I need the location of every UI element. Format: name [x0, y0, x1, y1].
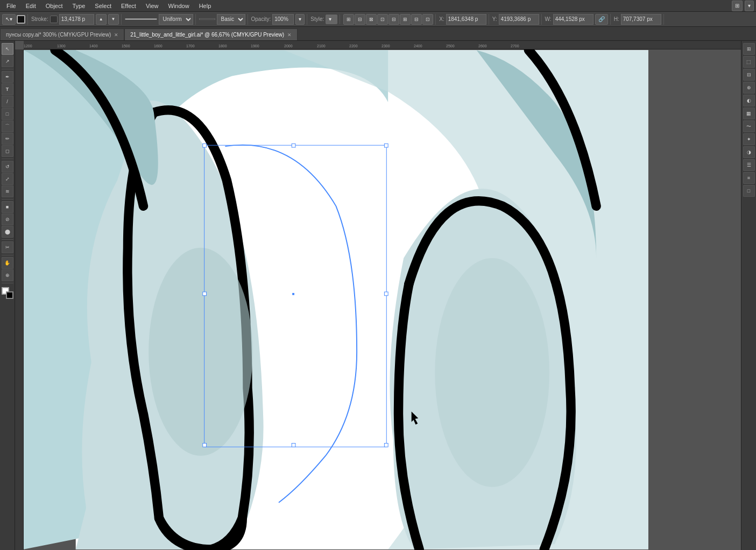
graphic-styles-btn[interactable]: ☰	[743, 159, 755, 171]
style-label: Style:	[310, 16, 324, 22]
selection-tool-mode[interactable]: ↖▾	[2, 14, 16, 25]
svg-rect-10	[292, 443, 295, 447]
pen-tool[interactable]: ✒	[2, 71, 13, 83]
h-size-input[interactable]	[621, 14, 661, 25]
hand-tool[interactable]: ✋	[2, 257, 13, 269]
menu-bar: File Edit Object Type Select Effect View…	[0, 0, 756, 12]
blend-tool[interactable]: ⬤	[2, 226, 13, 238]
tab-close-2[interactable]: ✕	[287, 32, 292, 38]
left-toolbox: ↖ ↗ ✒ T / □ ⌒ ✏ ◻ ↺ ⤢ ≋ ■ ⊘ ⬤ ✂ ✋ ⊕	[0, 41, 15, 550]
align-bottom[interactable]: ⊞	[400, 14, 411, 25]
type-tool[interactable]: T	[2, 83, 13, 95]
menu-window[interactable]: Window	[164, 2, 194, 10]
align-left[interactable]: ⊞	[343, 14, 354, 25]
svg-rect-7	[203, 443, 207, 447]
eraser-tool[interactable]: ◻	[2, 145, 13, 157]
scale-tool[interactable]: ⤢	[2, 173, 13, 185]
menu-type[interactable]: Type	[68, 2, 90, 10]
stroke-basic-select[interactable]: Basic	[217, 14, 245, 25]
brushes-panel-btn[interactable]: 〜	[743, 120, 755, 132]
svg-rect-8	[384, 443, 388, 447]
artwork-canvas[interactable]	[24, 49, 726, 550]
stroke-blend-select[interactable]: Uniform	[159, 14, 193, 25]
distribute-h[interactable]: ⊟	[411, 14, 422, 25]
w-size-input[interactable]	[553, 14, 594, 25]
zoom-tool[interactable]: ⊕	[2, 269, 13, 281]
pencil-tool[interactable]: ✏	[2, 133, 13, 145]
transform-panel-icon[interactable]: ⬚	[743, 56, 755, 68]
svg-rect-9	[292, 144, 295, 147]
align-center-h[interactable]: ⊟	[355, 14, 365, 25]
color-panel-btn[interactable]: ◐	[743, 95, 755, 106]
layers-panel-btn[interactable]: ≡	[743, 172, 755, 184]
main-layout: ↖ ↗ ✒ T / □ ⌒ ✏ ◻ ↺ ⤢ ≋ ■ ⊘ ⬤ ✂ ✋ ⊕ 12	[0, 41, 756, 550]
stroke-color-swatch[interactable]	[50, 16, 58, 23]
align-panel-btn[interactable]: ⊟	[743, 69, 755, 81]
w-label: W:	[545, 16, 552, 22]
rotate-tool[interactable]: ↺	[2, 161, 13, 173]
horizontal-ruler: 1200 1300 1400 1500 1600 1700 1800 1900 …	[24, 41, 741, 49]
workspace-switcher[interactable]: ⊞	[732, 1, 743, 11]
svg-rect-11	[203, 292, 207, 296]
canvas-area[interactable]: 1200 1300 1400 1500 1600 1700 1800 1900 …	[15, 41, 741, 550]
h-label: H:	[614, 16, 619, 22]
lock-proportions[interactable]: 🔗	[595, 14, 608, 25]
line-tool[interactable]: /	[2, 96, 13, 108]
menu-file[interactable]: File	[2, 2, 20, 10]
menu-edit[interactable]: Edit	[22, 2, 40, 10]
appearance-panel-btn[interactable]: ◑	[743, 146, 755, 158]
menu-help[interactable]: Help	[195, 2, 216, 10]
svg-rect-5	[203, 144, 207, 147]
y-label: Y:	[492, 16, 497, 22]
stroke-swatch[interactable]	[6, 291, 13, 299]
tab-close-1[interactable]: ✕	[114, 32, 118, 38]
stroke-fill-icon[interactable]	[17, 15, 25, 24]
gradient-tool[interactable]: ■	[2, 201, 13, 213]
navigator-panel-icon[interactable]: ⊞	[743, 43, 755, 55]
pathfinder-panel-btn[interactable]: ⊕	[743, 82, 755, 94]
direct-select-tool[interactable]: ↗	[2, 55, 13, 67]
opacity-label: Opacity:	[251, 16, 271, 22]
tab-label-1: пунсы copy.ai* 300% (CMYK/GPU Preview)	[6, 32, 111, 38]
svg-rect-12	[384, 292, 388, 296]
stroke-up[interactable]: ▲	[96, 14, 107, 25]
align-right[interactable]: ⊠	[366, 14, 377, 25]
opacity-arrow[interactable]: ▾	[295, 14, 305, 25]
arrange-button[interactable]: ▾	[745, 1, 754, 11]
scissors-tool[interactable]: ✂	[2, 241, 13, 253]
stroke-width-input[interactable]	[59, 14, 94, 25]
tab-label-2: 21_little_boy_and_little_girl.ai* @ 66,6…	[130, 32, 284, 38]
eyedropper-tool[interactable]: ⊘	[2, 213, 13, 225]
paintbrush-tool[interactable]: ⌒	[2, 120, 13, 132]
vertical-ruler	[15, 49, 24, 550]
menu-view[interactable]: View	[142, 2, 163, 10]
select-tool[interactable]: ↖	[2, 43, 13, 55]
stroke-down[interactable]: ▼	[108, 14, 119, 25]
warp-tool[interactable]: ≋	[2, 185, 13, 197]
tab-punsy-copy[interactable]: пунсы copy.ai* 300% (CMYK/GPU Preview) ✕	[0, 28, 124, 40]
swatches-panel-btn[interactable]: ▦	[743, 108, 755, 119]
svg-rect-13	[292, 293, 294, 295]
x-coord-input[interactable]	[446, 14, 486, 25]
properties-toolbar: ↖▾ Stroke: ▲ ▼ Uniform Basic Opacity: ▾ …	[0, 12, 756, 27]
x-label: X:	[439, 16, 444, 22]
distribute-v[interactable]: ⊡	[422, 14, 433, 25]
menu-select[interactable]: Select	[90, 2, 116, 10]
right-panel: ⊞ ⬚ ⊟ ⊕ ◐ ▦ 〜 ✦ ◑ ☰ ≡ □	[741, 41, 756, 550]
stroke-label: Stroke:	[31, 16, 48, 22]
svg-point-2	[149, 248, 252, 456]
artboards-panel-btn[interactable]: □	[743, 185, 755, 197]
document-tabs: пунсы copy.ai* 300% (CMYK/GPU Preview) ✕…	[0, 27, 756, 41]
menu-effect[interactable]: Effect	[117, 2, 140, 10]
rect-tool[interactable]: □	[2, 108, 13, 120]
symbols-panel-btn[interactable]: ✦	[743, 133, 755, 145]
align-center-v[interactable]: ⊟	[388, 14, 399, 25]
tab-little-boy[interactable]: 21_little_boy_and_little_girl.ai* @ 66,6…	[124, 28, 298, 40]
svg-point-3	[435, 258, 549, 487]
align-top[interactable]: ⊡	[377, 14, 388, 25]
style-dropdown[interactable]: ▾	[326, 15, 337, 24]
opacity-input[interactable]	[272, 14, 294, 25]
y-coord-input[interactable]	[499, 14, 539, 25]
menu-object[interactable]: Object	[41, 2, 67, 10]
svg-rect-6	[384, 144, 388, 147]
